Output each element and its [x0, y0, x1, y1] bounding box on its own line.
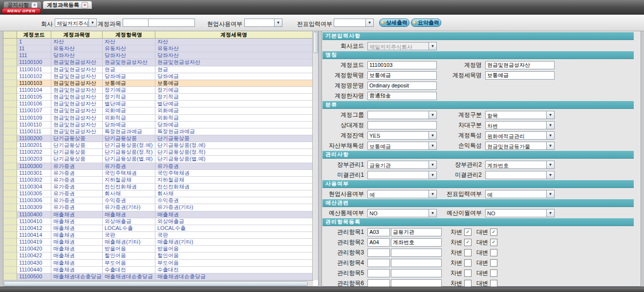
checkbox[interactable] — [490, 280, 497, 287]
use-filter-select[interactable]: ▼ — [244, 19, 282, 27]
grid-row[interactable]: 11100400매출채권매출채권매출채권 — [3, 211, 318, 218]
grid-row[interactable]: 11100420매출채권받을어음받을어음 — [3, 246, 318, 252]
account-code-input[interactable] — [123, 19, 149, 27]
detail-print-button[interactable]: 상세출력 — [379, 19, 409, 27]
grid-row[interactable]: 11100306유가증권수익증권수익증권 — [3, 197, 318, 204]
checkbox[interactable] — [464, 259, 472, 267]
item-code-input[interactable] — [367, 249, 390, 257]
grid-row[interactable]: 11100106현금및현금성자산별단예금별단예금 — [3, 101, 318, 107]
field-select[interactable]: 현금및현금등가물▼ — [485, 142, 555, 150]
grid-row[interactable]: 11100440매출채권수출대전수출대전 — [3, 267, 318, 273]
checkbox[interactable] — [490, 270, 497, 277]
grid-row[interactable]: 11100414매출채권국판국판 — [3, 232, 318, 239]
grid-row[interactable]: 11100410매출채권외상매출금외상매출금 — [3, 218, 318, 225]
checkbox[interactable]: ✓ — [490, 229, 497, 236]
item-name-input[interactable] — [391, 269, 442, 277]
item-name-input[interactable] — [391, 238, 442, 247]
grid-row[interactable]: 11100302유가증권지하철공채지하철공채 — [3, 177, 318, 184]
grid-row[interactable]: 1자산자산자산 — [3, 39, 318, 45]
grid-row[interactable]: 11100300유가증권유가증권유가증권 — [3, 163, 318, 170]
close-icon[interactable]: ✕ — [82, 2, 88, 8]
checkbox[interactable]: ✓ — [464, 239, 472, 246]
field-input[interactable] — [367, 121, 437, 129]
field-select[interactable]: 금융기관▼ — [367, 161, 437, 169]
grid-row[interactable]: 11100200단기금융상품단기금융상품단기금융상품 — [3, 135, 318, 142]
field-select[interactable]: 제일저지주식회사▼ — [367, 42, 437, 50]
item-name-input[interactable] — [391, 228, 442, 236]
grid-row[interactable]: 11100109현금및현금성자산외화적금외화적금 — [3, 115, 318, 122]
grid-row[interactable]: 11100201단기금융상품단기금융상품(정.예)단기금융상품(정.예) — [3, 142, 318, 149]
grid-row[interactable]: 111당좌자산당좌자산당좌자산 — [3, 52, 318, 59]
field-select[interactable]: NO▼ — [367, 209, 437, 217]
grid-vertical-scrollbar[interactable] — [312, 31, 318, 280]
field-select[interactable]: NO▼ — [485, 209, 555, 217]
tab-account-register[interactable]: 계정과목등록 ✕ — [43, 1, 92, 9]
item-code-input[interactable] — [367, 279, 390, 288]
grid-row[interactable]: 11100430매출채권부도어음부도어음 — [3, 260, 318, 267]
item-code-input[interactable] — [367, 269, 390, 277]
field-select[interactable]: ▼ — [367, 171, 437, 179]
summary-print-button[interactable]: 요약출력 — [411, 19, 441, 27]
checkbox[interactable] — [464, 280, 472, 287]
field-input[interactable] — [367, 82, 437, 90]
account-name-input[interactable] — [148, 19, 195, 27]
grid-cell-name: 유가증권 — [51, 170, 103, 177]
grid-row[interactable]: 11100104현금및현금성자산정기예금정기예금 — [3, 87, 318, 94]
grid-row[interactable]: 11100304유가증권전신전화채권전신전화채권 — [3, 184, 318, 190]
field-input[interactable] — [367, 61, 437, 69]
grid-horizontal-scrollbar[interactable] — [3, 280, 313, 286]
field-select[interactable]: ▼ — [367, 111, 437, 119]
grid-row[interactable]: 11100419매출채권매출채권(기타)매출채권(기타) — [3, 239, 318, 246]
company-select[interactable]: 제일저지주식회사 ▼ — [55, 19, 97, 27]
checkbox[interactable] — [490, 249, 497, 256]
menu-open-button[interactable]: MENU OPEN — [1, 8, 41, 14]
grid-row[interactable]: 11100202단기금융상품단기금융상품(정.적)단기금융상품(정.적) — [3, 149, 318, 156]
grid-row[interactable]: 11100100현금및현금성자산현금및현금성자산현금및현금성자산 — [3, 59, 318, 66]
checkbox[interactable]: ✓ — [464, 229, 472, 236]
item-code-input[interactable] — [367, 238, 390, 247]
field-select[interactable]: 차변▼ — [485, 121, 555, 129]
item-code-input[interactable] — [367, 228, 390, 236]
item-name-input[interactable] — [391, 279, 442, 288]
grid-row[interactable]: 11100105현금및현금성자산정기적금정기적금 — [3, 94, 318, 101]
grid-row[interactable]: 11100111현금및현금성자산특정현금과예금특정현금과예금 — [3, 128, 318, 135]
grid-row[interactable]: 11100107현금및현금성자산외화예금외화예금 — [3, 107, 318, 114]
item-code-input[interactable] — [367, 259, 390, 267]
grid-row[interactable]: 11100301유가증권국민주택채권국민주택채권 — [3, 170, 318, 177]
grid-row[interactable]: 11100500매출채권대손충당금매출채권대손충당금매출채권대손충당금 — [3, 273, 318, 280]
field-select[interactable]: YES▼ — [367, 131, 437, 140]
grid-row[interactable]: 11100305유가증권회사채회사채 — [3, 190, 318, 197]
scrollbar-thumb[interactable] — [4, 281, 308, 286]
item-name-input[interactable] — [391, 249, 442, 257]
field-select[interactable]: 원화예적금관리▼ — [485, 131, 555, 140]
field-select[interactable]: 보통예금▼ — [367, 142, 437, 150]
row-indicator — [3, 170, 17, 177]
field-select[interactable]: 예▼ — [485, 190, 555, 198]
field-select[interactable]: ▼ — [485, 171, 555, 179]
grid-row[interactable]: 11100103현금및현금성자산보통예금보통예금 — [3, 80, 318, 87]
grid-row[interactable]: 11100309유가증권유가증권(기타)유가증권(기타) — [3, 204, 318, 211]
field-input[interactable] — [485, 61, 555, 69]
grid-row[interactable]: 11100110현금및현금성자산당좌예금당좌예금 — [3, 122, 318, 128]
grid-row[interactable]: 11유동자산유동자산유동자산 — [3, 45, 318, 52]
field-select[interactable]: 항목▼ — [485, 111, 555, 119]
chevron-up-icon[interactable]: ⌃ — [635, 34, 639, 40]
grid-row[interactable]: 11100101현금및현금성자산현금현금 — [3, 66, 318, 73]
checkbox[interactable] — [490, 259, 497, 267]
grid-row[interactable]: 11100422매출채권할인어음할인어음 — [3, 252, 318, 259]
grid-row[interactable]: 11100412매출채권LOCAL수출LOCAL수출 — [3, 225, 318, 232]
grid-row[interactable]: 11100203단기금융상품단기금융상품(별.예)단기금융상품(별.예) — [3, 156, 318, 163]
slip-filter-select[interactable]: ▼ — [334, 19, 374, 27]
field-input[interactable] — [367, 71, 437, 80]
grid-row[interactable]: 11100102현금및현금성자산당좌예금당좌예금 — [3, 73, 318, 80]
checkbox[interactable]: ✓ — [490, 239, 497, 246]
field-input[interactable] — [367, 92, 437, 100]
chevron-down-icon[interactable]: ⌄ — [635, 278, 639, 283]
scrollbar-thumb[interactable] — [313, 32, 318, 53]
item-name-input[interactable] — [391, 259, 442, 267]
field-select[interactable]: 계좌번호▼ — [485, 161, 555, 169]
field-select[interactable]: 예▼ — [367, 190, 437, 198]
checkbox[interactable] — [464, 249, 472, 256]
checkbox[interactable] — [464, 270, 472, 277]
field-input[interactable] — [485, 71, 555, 80]
